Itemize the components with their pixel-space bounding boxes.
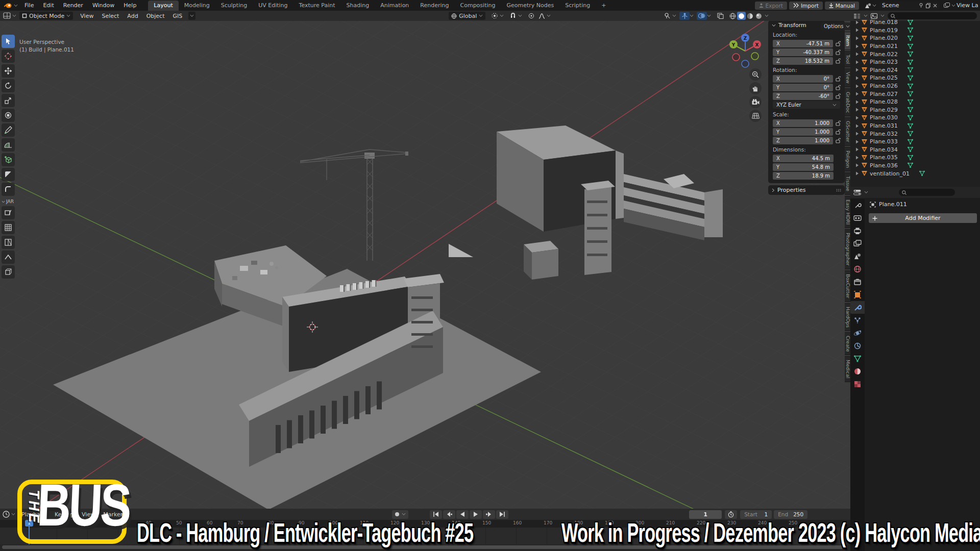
display-mode-icon[interactable]	[853, 13, 861, 19]
outliner-item-plane-026[interactable]: Plane.026	[850, 82, 980, 90]
outliner-item-ventilation-01[interactable]: ventilation_01	[850, 169, 980, 178]
lock-open-icon[interactable]	[836, 76, 841, 82]
transform-orientation-dropdown[interactable]: Global	[449, 12, 485, 20]
select-box-tool-button[interactable]	[2, 35, 15, 48]
outliner-item-plane-024[interactable]: Plane.024	[850, 66, 980, 74]
outliner-item-plane-031[interactable]: Plane.031	[850, 122, 980, 130]
new-scene-icon[interactable]	[926, 3, 930, 8]
expand-arrow-icon[interactable]	[855, 60, 859, 64]
toggle-grid-button[interactable]	[749, 110, 762, 122]
proportional-falloff-dropdown[interactable]	[536, 12, 547, 20]
menu-help[interactable]: Help	[119, 0, 141, 11]
close-icon[interactable]	[933, 4, 937, 8]
show-gizmo-toggle[interactable]	[679, 12, 690, 20]
menu-file[interactable]: File	[20, 0, 38, 11]
properties-editor-icon[interactable]	[853, 189, 861, 195]
lock-open-icon[interactable]	[836, 129, 841, 135]
expand-arrow-icon[interactable]	[855, 124, 859, 128]
manual-button[interactable]: Manual	[825, 2, 859, 10]
cursor-tool-button[interactable]	[2, 49, 15, 63]
viewport-menu-select[interactable]: Select	[97, 13, 123, 19]
properties-tab-object[interactable]	[850, 288, 865, 301]
jump-to-start-button[interactable]	[430, 510, 442, 519]
location-x-field[interactable]: X-47.51 m	[773, 40, 833, 47]
expand-arrow-icon[interactable]	[855, 171, 859, 176]
properties-tab-physics[interactable]	[850, 327, 865, 339]
outliner-item-plane-022[interactable]: Plane.022	[850, 50, 980, 58]
gizmo-neg-x-axis[interactable]	[732, 54, 740, 61]
expand-arrow-icon[interactable]	[855, 163, 859, 167]
previous-keyframe-button[interactable]	[443, 510, 455, 519]
properties-tab-world[interactable]	[850, 263, 865, 276]
lock-open-icon[interactable]	[836, 120, 841, 126]
timeline-editor-icon[interactable]	[3, 511, 10, 518]
mode-dropdown[interactable]: Object Mode	[19, 12, 73, 20]
menu-render[interactable]: Render	[59, 0, 88, 11]
gizmo-neg-y-axis[interactable]	[751, 53, 758, 60]
breadcrumb-object-name[interactable]: Plane.011	[879, 201, 907, 208]
measure-tool-button[interactable]	[2, 138, 15, 152]
show-overlays-toggle[interactable]	[697, 12, 707, 20]
menu-edit[interactable]: Edit	[38, 0, 58, 11]
view-layer-name[interactable]: View La	[957, 2, 980, 9]
expand-arrow-icon[interactable]	[855, 92, 859, 96]
tab-modeling[interactable]: Modeling	[179, 1, 215, 11]
expand-arrow-icon[interactable]	[855, 140, 859, 144]
next-keyframe-button[interactable]	[483, 510, 495, 519]
properties-tab-tool[interactable]	[850, 199, 865, 212]
auto-key-button[interactable]	[392, 510, 408, 519]
jar-roof-tool-button[interactable]	[2, 251, 15, 264]
outliner-item-plane-030[interactable]: Plane.030	[850, 114, 980, 122]
properties-tab-scene[interactable]	[850, 250, 865, 263]
outliner-item-plane-032[interactable]: Plane.032	[850, 130, 980, 138]
editor-type-icon[interactable]	[3, 12, 11, 19]
properties-tab-material[interactable]	[850, 365, 865, 378]
expand-arrow-icon[interactable]	[855, 132, 859, 136]
rotation-mode-dropdown[interactable]: XYZ Euler	[773, 101, 840, 109]
expand-arrow-icon[interactable]	[855, 20, 859, 24]
tab-geometry-nodes[interactable]: Geometry Nodes	[501, 1, 559, 11]
tab-sculpting[interactable]: Sculpting	[215, 1, 253, 11]
properties-tab-particles[interactable]	[850, 314, 865, 327]
export-button[interactable]: Export	[755, 2, 787, 10]
tab-uv-editing[interactable]: UV Editing	[253, 1, 293, 11]
move-tool-button[interactable]	[2, 64, 15, 78]
3d-viewport[interactable]	[0, 21, 850, 509]
extra-menus-dropdown[interactable]	[188, 12, 195, 20]
expand-arrow-icon[interactable]	[855, 84, 859, 88]
rotation-x-field[interactable]: X0°	[773, 75, 833, 83]
properties-tab-constraints[interactable]	[850, 339, 865, 352]
dimension-x-field[interactable]: X44.5 m	[773, 155, 834, 162]
pivot-point-dropdown[interactable]	[489, 12, 500, 20]
properties-tab-texture[interactable]	[850, 378, 865, 390]
transform-tool-button[interactable]	[2, 109, 15, 122]
viewport-menu-view[interactable]: View	[76, 13, 97, 19]
viewport-menu-gis[interactable]: GIS	[168, 13, 186, 19]
outliner-search-input[interactable]	[888, 12, 977, 19]
start-frame-field[interactable]: Start 1	[740, 510, 772, 519]
options-button[interactable]: Options	[821, 22, 853, 30]
outliner-item-plane-025[interactable]: Plane.025	[850, 74, 980, 82]
shading-solid-button[interactable]	[737, 12, 746, 20]
outliner-item-plane-035[interactable]: Plane.035	[850, 154, 980, 162]
outliner-item-plane-027[interactable]: Plane.027	[850, 90, 980, 98]
navigation-gizmo[interactable]: Z X Y	[729, 32, 762, 71]
expand-arrow-icon[interactable]	[855, 44, 859, 48]
expand-arrow-icon[interactable]	[855, 68, 859, 72]
jump-to-end-button[interactable]	[496, 510, 508, 519]
outliner-item-plane-020[interactable]: Plane.020	[850, 34, 980, 42]
current-frame-field[interactable]: 1	[689, 510, 722, 519]
shading-toggle-tool-button[interactable]	[2, 168, 15, 181]
use-preview-range-button[interactable]	[725, 510, 737, 519]
proportional-editing-toggle[interactable]	[526, 12, 536, 20]
scale-x-field[interactable]: X1.000	[773, 119, 833, 127]
shading-rendered-button[interactable]	[754, 12, 763, 20]
tab-scripting[interactable]: Scripting	[559, 1, 596, 11]
pan-button[interactable]	[749, 82, 762, 94]
gizmo-neg-z-axis[interactable]	[742, 60, 749, 67]
add-workspace-button[interactable]: +	[596, 1, 611, 11]
xray-toggle[interactable]	[715, 12, 725, 20]
expand-arrow-icon[interactable]	[855, 116, 859, 120]
outliner-item-plane-019[interactable]: Plane.019	[850, 27, 980, 35]
camera-view-button[interactable]	[749, 96, 762, 108]
